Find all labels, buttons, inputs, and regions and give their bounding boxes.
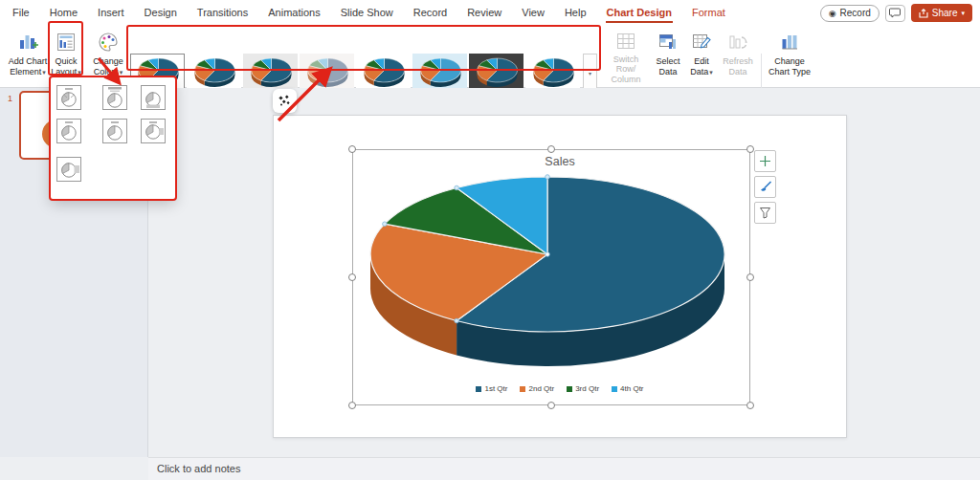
- quick-layout-icon: [56, 30, 77, 55]
- switch-row-column-label: Switch Row/ Column: [603, 55, 649, 85]
- chart-style-3[interactable]: [243, 54, 298, 92]
- tab-file[interactable]: File: [11, 2, 31, 23]
- record-button[interactable]: ◉ Record: [820, 5, 880, 22]
- change-colors-icon: [97, 30, 120, 55]
- resize-handle-top-center[interactable]: [547, 145, 555, 153]
- quick-layout-menu: [51, 77, 175, 199]
- legend-swatch: [612, 386, 617, 392]
- chart-style-8[interactable]: [525, 54, 580, 92]
- add-chart-element-icon: [17, 30, 38, 55]
- chart-legend[interactable]: 1st Qtr2nd Qtr3rd Qtr4th Qtr: [273, 384, 847, 393]
- quick-layout-option-5[interactable]: [102, 119, 127, 143]
- powerpoint-window: File Home Insert Design Transitions Anim…: [0, 0, 980, 480]
- tab-slide-show[interactable]: Slide Show: [340, 2, 394, 23]
- select-data-label: Select Data: [656, 56, 679, 76]
- quick-layout-option-3[interactable]: [141, 85, 166, 110]
- quick-layout-option-2[interactable]: [102, 85, 127, 110]
- slide-number: 1: [8, 94, 12, 103]
- tab-format[interactable]: Format: [691, 2, 726, 23]
- resize-handle-mid-left[interactable]: [348, 273, 356, 281]
- share-button-label: Share: [932, 8, 958, 18]
- chart-style-7[interactable]: [469, 54, 523, 92]
- comment-bubble-icon: [889, 8, 901, 18]
- add-chart-element-button[interactable]: Add Chart Element: [6, 27, 50, 84]
- resize-handle-bottom-center[interactable]: [547, 402, 555, 409]
- quick-layout-option-6[interactable]: [141, 119, 166, 143]
- change-colors-button[interactable]: Change Colors: [88, 27, 128, 84]
- legend-swatch: [520, 386, 525, 392]
- refresh-data-icon: [727, 30, 748, 55]
- accessibility-floating-icon[interactable]: [273, 89, 297, 113]
- quick-layout-option-4[interactable]: [56, 119, 81, 143]
- legend-swatch: [567, 386, 572, 392]
- comments-button[interactable]: [885, 5, 905, 22]
- chart-style-6[interactable]: [412, 54, 467, 92]
- chart-filters-button[interactable]: [754, 202, 776, 224]
- tab-chart-design[interactable]: Chart Design: [606, 2, 673, 23]
- tab-review[interactable]: Review: [466, 2, 502, 23]
- legend-item: 2nd Qtr: [520, 384, 554, 393]
- menu-tabs: File Home Insert Design Transitions Anim…: [11, 0, 726, 25]
- legend-item: 4th Qtr: [612, 384, 643, 393]
- legend-item: 3rd Qtr: [567, 384, 599, 393]
- resize-handle-top-left[interactable]: [348, 145, 356, 153]
- tab-transitions[interactable]: Transitions: [196, 2, 249, 23]
- record-button-label: Record: [840, 8, 871, 18]
- plus-icon: [759, 155, 771, 167]
- chart-styles-gallery: [130, 54, 580, 92]
- tab-record[interactable]: Record: [412, 2, 448, 23]
- select-data-icon: [657, 30, 679, 55]
- funnel-icon: [759, 207, 771, 219]
- add-chart-element-label: Add Chart Element: [9, 56, 48, 77]
- record-dot-icon: ◉: [829, 9, 836, 18]
- legend-item: 1st Qtr: [476, 384, 507, 393]
- refresh-data-button: Refresh Data: [720, 27, 756, 84]
- notes-panel[interactable]: Click to add notes: [148, 457, 980, 480]
- chart-style-button[interactable]: [754, 176, 776, 198]
- refresh-data-label: Refresh Data: [723, 56, 753, 76]
- paintbrush-icon: [759, 181, 772, 193]
- chart-style-5[interactable]: [356, 54, 411, 92]
- tab-design[interactable]: Design: [144, 2, 178, 23]
- chart-elements-button[interactable]: [754, 150, 776, 172]
- menu-bar: File Home Insert Design Transitions Anim…: [0, 0, 980, 25]
- quick-layout-button[interactable]: Quick Layout: [50, 27, 82, 84]
- change-chart-type-label: Change Chart Type: [768, 56, 811, 76]
- share-button[interactable]: Share ▾: [911, 4, 972, 22]
- share-caret-icon: ▾: [961, 10, 965, 17]
- share-icon: [919, 9, 928, 18]
- change-chart-type-icon: [780, 30, 799, 55]
- switch-row-column-button: Switch Row/ Column: [603, 27, 649, 84]
- resize-handle-mid-right[interactable]: [746, 273, 754, 281]
- tab-animations[interactable]: Animations: [267, 2, 321, 23]
- switch-row-column-icon: [615, 30, 636, 53]
- notes-placeholder[interactable]: Click to add notes: [157, 463, 240, 474]
- quick-layout-option-1[interactable]: [56, 85, 81, 110]
- change-chart-type-button[interactable]: Change Chart Type: [766, 27, 813, 84]
- edit-data-icon: [691, 30, 712, 55]
- tab-insert[interactable]: Insert: [97, 2, 125, 23]
- chart-style-4[interactable]: [300, 54, 354, 92]
- change-colors-label: Change Colors: [93, 56, 123, 77]
- resize-handle-bottom-left[interactable]: [348, 402, 356, 409]
- quick-layout-option-7[interactable]: [56, 157, 81, 182]
- resize-handle-bottom-right[interactable]: [746, 402, 754, 409]
- tab-view[interactable]: View: [521, 2, 546, 23]
- resize-handle-top-right[interactable]: [746, 145, 754, 153]
- tab-home[interactable]: Home: [49, 2, 78, 23]
- chart-style-2[interactable]: [187, 54, 241, 92]
- edit-data-label: Edit Data: [690, 56, 713, 77]
- gallery-more-button[interactable]: ▾: [583, 54, 597, 92]
- edit-data-button[interactable]: Edit Data: [685, 27, 718, 84]
- select-data-button[interactable]: Select Data: [653, 27, 683, 84]
- legend-swatch: [476, 386, 481, 392]
- tab-help[interactable]: Help: [564, 2, 588, 23]
- titlebar-actions: ◉ Record Share ▾: [820, 4, 972, 22]
- quick-layout-label: Quick Layout: [51, 56, 81, 77]
